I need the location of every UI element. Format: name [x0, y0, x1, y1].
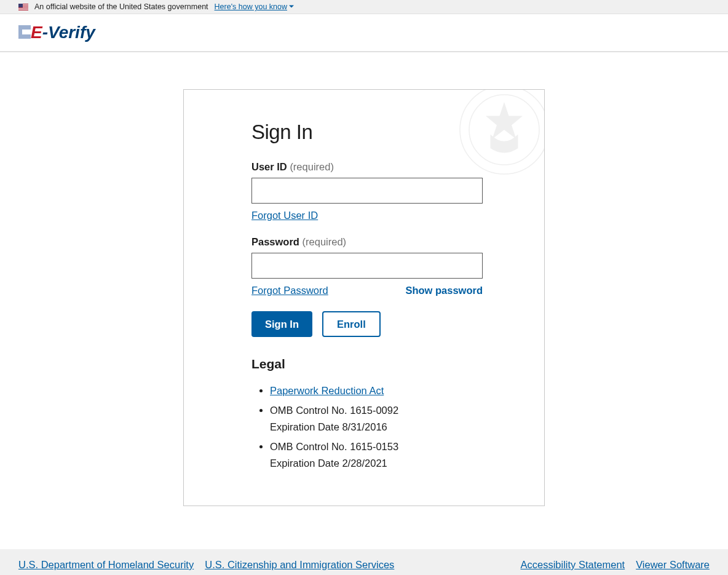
- omb2-control: OMB Control No. 1615-0153: [270, 441, 398, 452]
- password-input[interactable]: [251, 253, 483, 279]
- svg-rect-5: [18, 9, 28, 10]
- svg-rect-6: [18, 4, 23, 7]
- password-required-text: (required): [303, 236, 347, 247]
- logo-verify: Verify: [48, 23, 95, 42]
- legal-item-omb1: OMB Control No. 1615-0092 Expiration Dat…: [270, 402, 483, 435]
- dhs-seal-icon: [458, 89, 545, 176]
- omb1-expiration: Expiration Date 8/31/2016: [270, 421, 387, 432]
- gov-banner-toggle[interactable]: Here's how you know: [215, 2, 294, 11]
- chevron-down-icon: [289, 4, 294, 9]
- everify-logo[interactable]: E-Verify: [18, 22, 710, 44]
- header: E-Verify: [0, 14, 728, 52]
- userid-required-text: (required): [290, 161, 334, 172]
- uscis-link[interactable]: U.S. Citizenship and Immigration Service…: [205, 559, 394, 571]
- forgot-userid-link[interactable]: Forgot User ID: [251, 210, 318, 221]
- legal-item-omb2: OMB Control No. 1615-0153 Expiration Dat…: [270, 438, 483, 471]
- viewer-software-link[interactable]: Viewer Software: [636, 559, 710, 571]
- footer-left: U.S. Department of Homeland Security U.S…: [18, 559, 394, 571]
- footer: U.S. Department of Homeland Security U.S…: [0, 549, 728, 575]
- password-label-text: Password: [251, 236, 299, 247]
- omb1-control: OMB Control No. 1615-0092: [270, 405, 398, 416]
- forgot-password-link[interactable]: Forgot Password: [251, 285, 328, 296]
- us-flag-icon: [18, 4, 28, 10]
- omb2-expiration: Expiration Date 2/28/2021: [270, 458, 387, 469]
- password-field-group: Password (required) Forgot Password Show…: [251, 236, 483, 296]
- legal-heading: Legal: [251, 357, 483, 371]
- userid-field-group: User ID (required) Forgot User ID: [251, 161, 483, 221]
- userid-label: User ID (required): [251, 161, 483, 173]
- signin-card: Sign In User ID (required) Forgot User I…: [183, 89, 545, 506]
- userid-input[interactable]: [251, 178, 483, 204]
- show-password-toggle[interactable]: Show password: [405, 285, 483, 296]
- accessibility-link[interactable]: Accessibility Statement: [521, 559, 625, 571]
- enroll-button[interactable]: Enroll: [322, 311, 381, 337]
- password-links-row: Forgot Password Show password: [251, 285, 483, 296]
- legal-list: Paperwork Reduction Act OMB Control No. …: [251, 383, 483, 471]
- gov-banner-link-text: Here's how you know: [215, 2, 287, 11]
- userid-label-text: User ID: [251, 161, 287, 172]
- svg-rect-4: [18, 8, 28, 9]
- password-label: Password (required): [251, 236, 483, 248]
- paperwork-reduction-link[interactable]: Paperwork Reduction Act: [270, 383, 384, 399]
- gov-banner: An official website of the United States…: [0, 0, 728, 14]
- dhs-link[interactable]: U.S. Department of Homeland Security: [18, 559, 194, 571]
- legal-item-paperwork: Paperwork Reduction Act: [270, 383, 483, 399]
- footer-right: Accessibility Statement Viewer Software: [521, 559, 710, 571]
- svg-point-7: [460, 89, 545, 174]
- signin-button[interactable]: Sign In: [251, 311, 312, 337]
- main-area: Sign In User ID (required) Forgot User I…: [0, 52, 728, 549]
- logo-e: E: [18, 23, 42, 42]
- button-row: Sign In Enroll: [251, 311, 483, 337]
- logo-dash: -: [42, 23, 48, 42]
- gov-banner-text: An official website of the United States…: [34, 2, 208, 11]
- page-title: Sign In: [251, 121, 483, 144]
